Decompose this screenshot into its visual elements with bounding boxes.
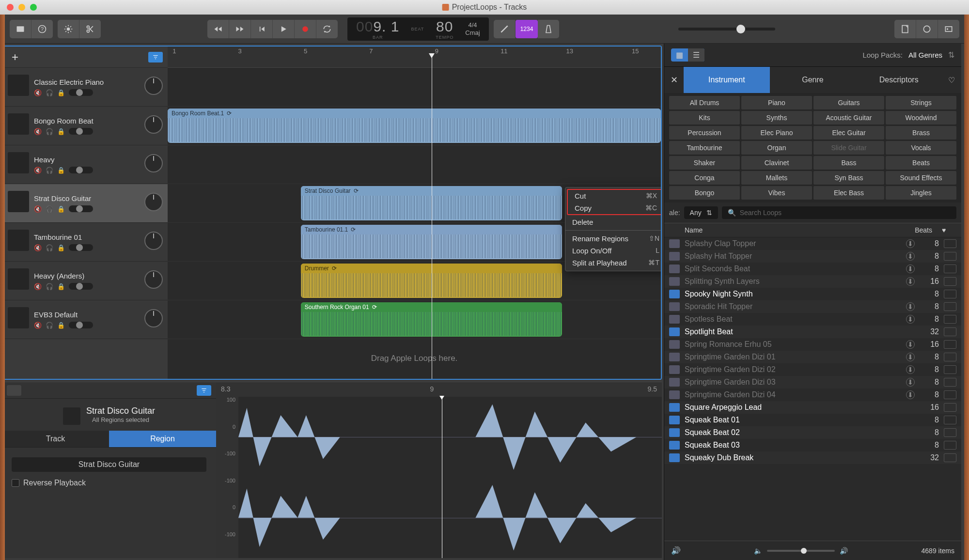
- loop-favorite-checkbox[interactable]: [944, 441, 956, 450]
- instrument-filter[interactable]: Clavinet: [741, 156, 812, 170]
- instrument-filter[interactable]: Shaker: [669, 156, 740, 170]
- loop-list-item[interactable]: Springtime Garden Dizi 04 8: [664, 389, 961, 401]
- mute-button[interactable]: 🔇: [34, 128, 42, 135]
- pan-knob[interactable]: [144, 193, 163, 211]
- instrument-filter[interactable]: Piano: [741, 96, 812, 109]
- instrument-filter[interactable]: All Drums: [669, 96, 740, 109]
- lock-button[interactable]: 🔒: [57, 89, 65, 96]
- metronome-button[interactable]: [538, 20, 559, 38]
- download-icon[interactable]: [906, 378, 915, 387]
- instrument-filter[interactable]: Bongo: [669, 186, 740, 200]
- loop-favorite-checkbox[interactable]: [944, 252, 956, 261]
- instrument-filter[interactable]: Elec Piano: [741, 126, 812, 140]
- track-filter-button[interactable]: [148, 52, 163, 62]
- countin-button[interactable]: 1234: [516, 20, 538, 38]
- solo-button[interactable]: 🎧: [46, 322, 53, 329]
- editor-tab-region[interactable]: Region: [109, 431, 216, 447]
- download-icon[interactable]: [906, 365, 915, 374]
- scale-select[interactable]: Any ⇅: [684, 206, 718, 219]
- gotostart-button[interactable]: [251, 20, 273, 38]
- region[interactable]: Bongo Room Beat.1 ⟳: [168, 109, 661, 143]
- track-volume-slider[interactable]: [69, 244, 93, 251]
- loop-list-item[interactable]: Square Arpeggio Lead 16: [664, 401, 961, 414]
- instrument-filter[interactable]: Percussion: [669, 126, 740, 140]
- instrument-filter[interactable]: Strings: [886, 96, 956, 109]
- loops-close-button[interactable]: ✕: [664, 67, 684, 93]
- context-menu-item[interactable]: Rename Regions⇧N: [565, 233, 661, 245]
- loop-favorite-checkbox[interactable]: [944, 390, 956, 399]
- media-browser-button[interactable]: [938, 20, 959, 38]
- pan-knob[interactable]: [144, 309, 163, 327]
- instrument-filter[interactable]: Sound Effects: [886, 171, 956, 185]
- loop-favorite-checkbox[interactable]: [944, 277, 956, 286]
- loops-tab-genre[interactable]: Genre: [770, 67, 856, 93]
- track-lane[interactable]: [168, 145, 661, 184]
- loop-list-item[interactable]: Splashy Clap Topper 8: [664, 237, 961, 250]
- mute-button[interactable]: 🔇: [34, 244, 42, 251]
- lock-button[interactable]: 🔒: [57, 205, 65, 213]
- editor-tab-track[interactable]: Track: [2, 431, 109, 447]
- mute-button[interactable]: 🔇: [34, 167, 42, 174]
- settings-button[interactable]: [58, 20, 79, 38]
- region-name-field[interactable]: Strat Disco Guitar: [12, 457, 206, 472]
- loops-view-columns[interactable]: ☰: [688, 48, 704, 62]
- loops-browser-button[interactable]: [916, 20, 938, 38]
- loop-list-item[interactable]: Squeak Beat 03 8: [664, 439, 961, 451]
- loop-list-item[interactable]: Spotless Beat 8: [664, 313, 961, 326]
- track-volume-slider[interactable]: [69, 167, 93, 173]
- mute-button[interactable]: 🔇: [34, 89, 42, 96]
- lock-button[interactable]: 🔒: [57, 283, 65, 290]
- context-menu-item[interactable]: Copy⌘C: [568, 202, 661, 214]
- instrument-filter[interactable]: Woodwind: [886, 111, 956, 124]
- instrument-filter[interactable]: Brass: [886, 126, 956, 140]
- loop-list-item[interactable]: Splashy Hat Topper 8: [664, 250, 961, 263]
- instrument-filter[interactable]: Kits: [669, 111, 740, 124]
- instrument-filter[interactable]: Conga: [669, 171, 740, 185]
- loop-list-item[interactable]: Springtime Garden Dizi 02 8: [664, 363, 961, 376]
- instrument-filter[interactable]: Tambourine: [669, 141, 740, 155]
- editor-view-toggle[interactable]: [7, 385, 21, 396]
- instrument-filter[interactable]: Jingles: [886, 186, 956, 200]
- timeline[interactable]: 13579111315 Bongo Room Beat.1 ⟳Strat Dis…: [168, 47, 661, 379]
- context-menu-item[interactable]: Cut⌘X: [568, 190, 661, 202]
- track-volume-slider[interactable]: [69, 205, 93, 212]
- scissors-button[interactable]: [79, 20, 101, 38]
- mute-button[interactable]: 🔇: [34, 322, 42, 329]
- loop-favorite-checkbox[interactable]: [944, 453, 956, 462]
- instrument-filter[interactable]: Vibes: [741, 186, 812, 200]
- download-icon[interactable]: [906, 239, 915, 248]
- loop-favorite-checkbox[interactable]: [944, 365, 956, 374]
- quickhelp-button[interactable]: ?: [31, 20, 53, 38]
- pan-knob[interactable]: [144, 270, 163, 289]
- instrument-filter[interactable]: Elec Guitar: [813, 126, 884, 140]
- track-header[interactable]: Bongo Room Beat 🔇 🎧 🔒: [3, 107, 168, 145]
- track-header[interactable]: Strat Disco Guitar 🔇 🎧 🔒: [3, 184, 168, 223]
- loop-favorite-checkbox[interactable]: [944, 264, 956, 273]
- track-header[interactable]: Heavy 🔇 🎧 🔒: [3, 145, 168, 184]
- track-volume-slider[interactable]: [69, 128, 93, 135]
- loop-favorite-checkbox[interactable]: [944, 315, 956, 324]
- fullscreen-window-button[interactable]: [30, 4, 37, 11]
- track-header[interactable]: EVB3 Default 🔇 🎧 🔒: [3, 300, 168, 339]
- track-volume-slider[interactable]: [69, 89, 93, 96]
- instrument-filter[interactable]: Vocals: [886, 141, 956, 155]
- loops-tab-instrument[interactable]: Instrument: [684, 67, 770, 93]
- loops-volume-slider[interactable]: [767, 550, 835, 552]
- lock-button[interactable]: 🔒: [57, 167, 65, 174]
- pan-knob[interactable]: [144, 77, 163, 95]
- loop-list-item[interactable]: Split Seconds Beat 8: [664, 263, 961, 275]
- download-icon[interactable]: [906, 277, 915, 286]
- solo-button[interactable]: 🎧: [46, 283, 53, 290]
- solo-button[interactable]: 🎧: [46, 244, 53, 251]
- lcd-display[interactable]: 009. 1 BAR BEAT 80 TEMPO 4/4 Cmaj: [347, 17, 489, 41]
- lock-button[interactable]: 🔒: [57, 244, 65, 251]
- instrument-filter[interactable]: Elec Bass: [813, 186, 884, 200]
- loop-list-item[interactable]: Springtime Garden Dizi 03 8: [664, 376, 961, 389]
- pan-knob[interactable]: [144, 154, 163, 172]
- solo-button[interactable]: 🎧: [46, 205, 53, 213]
- loop-favorite-checkbox[interactable]: [944, 428, 956, 437]
- reverse-playback-checkbox[interactable]: [12, 479, 19, 487]
- instrument-filter[interactable]: Synths: [741, 111, 812, 124]
- library-button[interactable]: [10, 20, 31, 38]
- download-icon[interactable]: [906, 252, 915, 261]
